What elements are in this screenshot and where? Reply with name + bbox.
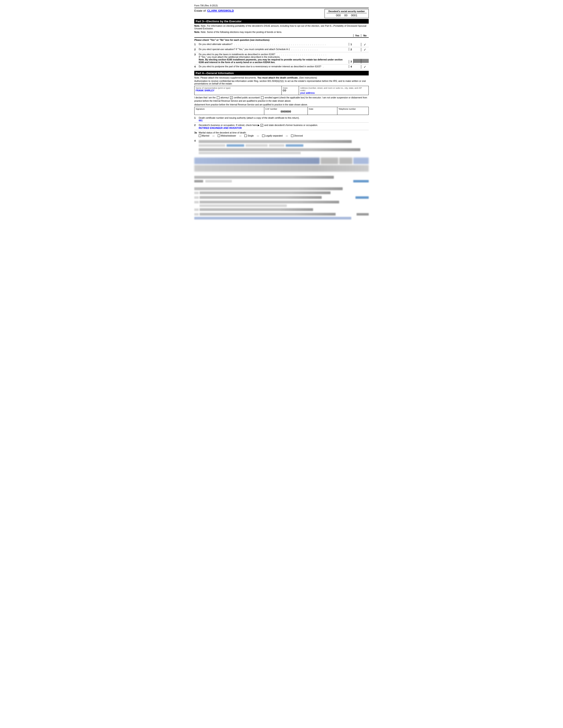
cpa-checkbox[interactable]: ✓ <box>230 96 233 99</box>
q1-no[interactable]: ✓ <box>361 43 369 46</box>
occupation-value: RETIRED ENGINEER AND INVENTOR <box>199 127 242 129</box>
item-1-text: Death certificate number and issuing aut… <box>199 116 369 122</box>
q1-answer-num: 1 <box>349 43 353 46</box>
marital-married: Married <box>199 135 209 137</box>
address-label: Address (number, street, and room or sui… <box>300 87 368 92</box>
state-label: State <box>283 87 298 89</box>
part4-note-bold: You must attach the death certificate. <box>257 76 298 79</box>
part3-note2: Note. Note. Some of the following electi… <box>194 31 369 33</box>
part3-header: Part 3—Elections by the Executor <box>194 19 369 24</box>
q2-text: Do you elect special-use valuation? If "… <box>199 48 349 51</box>
caf-label: CAF number <box>265 108 307 110</box>
q2-no[interactable]: ✓ <box>361 48 369 51</box>
caf-number: 0000000 <box>265 110 307 113</box>
ssn-numbers: 000 00 0001 <box>327 13 367 17</box>
q2-answer-num: 2 <box>349 48 353 51</box>
phone-label: Telephone number <box>339 108 368 110</box>
ssn-part3: 0001 <box>351 14 358 17</box>
q3-text: Do you elect to pay the taxes in install… <box>199 53 349 64</box>
widow-checkbox[interactable] <box>218 135 220 137</box>
header-row: Estate of: CLARK GRISWOLD Decedent's soc… <box>194 8 369 18</box>
italic-note: Please check "Yes" or "No" box for each … <box>194 39 369 41</box>
item-1-row: 1 Death certificate number and issuing a… <box>194 116 369 123</box>
auth-text: Authorization to receive confidential ta… <box>194 80 369 85</box>
enrolled-label: enrolled agent <box>265 96 278 99</box>
enrolled-checkbox[interactable] <box>261 96 263 99</box>
blurred-full-row <box>194 165 369 172</box>
ssn-box: Decedent's social security number 000 00… <box>325 9 369 18</box>
blurred-row-2 <box>194 175 369 183</box>
decedent-name: CLARK GRISWOLD <box>207 9 234 12</box>
ssn-label: Decedent's social security number <box>327 10 367 13</box>
divorced-checkbox[interactable] <box>291 135 294 137</box>
attorney-label: attorney/ <box>220 96 229 99</box>
date-label: Date <box>309 108 336 110</box>
separated-checkbox[interactable] <box>262 135 264 137</box>
question-4-row: 4 Do you elect to postpone the part of t… <box>194 64 369 69</box>
estate-label: Estate of: <box>194 9 206 12</box>
q3-answer-num: 3 <box>349 60 353 64</box>
single-checkbox[interactable] <box>244 135 247 137</box>
part4-header: Part 4—General Information <box>194 71 369 75</box>
yes-header: Yes <box>353 34 361 37</box>
q4-text: Do you elect to postpone the part of the… <box>199 65 349 68</box>
lower-section: 4 <box>194 139 369 220</box>
item-3a-row: 3a Marital status of the decedent at tim… <box>194 131 369 138</box>
blurred-table-row <box>194 158 369 164</box>
blurred-row-1: 4 <box>194 139 369 155</box>
q4-num: 4 <box>194 65 199 68</box>
retired-checkbox[interactable]: ✓ <box>260 124 263 127</box>
sig-label: Signature <box>195 108 263 110</box>
q3-yes[interactable] <box>353 59 361 64</box>
rep-table: Name of representative (print or type) F… <box>194 86 369 95</box>
q4-answer-num: 4 <box>349 65 353 68</box>
q1-num: 1 <box>194 43 199 46</box>
marital-options: Married — Widow/widower — Single — Legal… <box>199 135 303 137</box>
item-1-num: 1 <box>194 116 199 119</box>
marital-single: Single <box>244 135 254 137</box>
q3-no[interactable] <box>361 59 369 64</box>
part3-note1: Note. Note. For information on electing … <box>194 24 369 30</box>
q2-num: 2 <box>194 48 199 51</box>
item-2-row: 2 Decedent's business or occupation. If … <box>194 123 369 130</box>
item-2-text: Decedent's business or occupation. If re… <box>199 124 369 129</box>
death-cert-number: 001 <box>199 119 203 122</box>
estate-of: Estate of: CLARK GRISWOLD <box>194 9 234 12</box>
no-header: No <box>361 34 369 37</box>
item-3a-num: 3a <box>194 131 199 134</box>
marital-widow: Widow/widower <box>218 135 236 137</box>
rep-name-label: Name of representative (print or type) <box>195 87 280 89</box>
ssn-part1: 000 <box>336 14 341 17</box>
blurred-row-3 <box>194 187 369 220</box>
form-page: Form 706 (Rev. 8-2013) Estate of: CLARK … <box>194 4 369 220</box>
rep-name: FRANK SHIRLEY <box>195 89 280 92</box>
marital-divorced: Divorced <box>291 135 303 137</box>
part4-note: Note. Please attach the necessary supple… <box>194 76 369 79</box>
marital-separated: Legally separated <box>262 135 283 137</box>
item-2-num: 2 <box>194 124 199 126</box>
question-2-row: 2 Do you elect special-use valuation? If… <box>194 47 369 52</box>
q4-no[interactable]: ✓ <box>361 65 369 69</box>
question-1-row: 1 Do you elect alternate valuation? . . … <box>194 42 369 47</box>
q1-text: Do you elect alternate valuation? . . . … <box>199 43 349 45</box>
sig-table: Signature CAF number 0000000 Date Teleph… <box>194 107 369 115</box>
attorney-checkbox[interactable] <box>217 96 219 99</box>
form-number: Form 706 (Rev. 8-2013) <box>194 4 369 7</box>
disbarment-text: disbarment from practice before the Inte… <box>194 103 369 106</box>
cpa-label: certified public accountant/ <box>234 96 260 99</box>
q3-num: 3 <box>194 53 199 56</box>
question-3-row: 3 Do you elect to pay the taxes in insta… <box>194 52 369 64</box>
declare-row: I declare that I am the attorney/ ✓ cert… <box>194 96 369 103</box>
ssn-part2: 00 <box>344 14 347 17</box>
married-checkbox[interactable] <box>199 135 201 137</box>
rep-address: your address <box>300 92 368 94</box>
rep-state: CO <box>283 89 298 92</box>
item-3a-text: Marital status of the decedent at time o… <box>199 131 303 137</box>
